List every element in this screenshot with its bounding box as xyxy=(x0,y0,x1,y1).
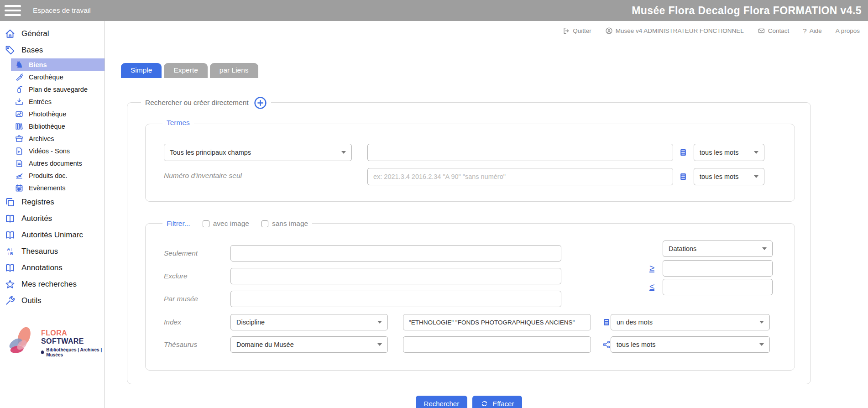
help-link[interactable]: ? Aide xyxy=(803,27,821,35)
open-book-icon xyxy=(5,213,16,224)
sidebar-item-videos-sons[interactable]: Vidéos - Sons xyxy=(0,145,105,157)
filter-legend: Filtrer... avec image sans image xyxy=(162,218,312,229)
add-record-button[interactable] xyxy=(254,96,267,110)
sidebar-item-biens[interactable]: ♞ Biens xyxy=(11,58,105,71)
chevron-down-icon xyxy=(759,321,764,324)
sidebar-item-label: Biens xyxy=(29,61,47,68)
only-label: Seulement xyxy=(164,249,198,257)
sidebar: Général Bases ♞ Biens Carothèque xyxy=(0,21,105,408)
termes-legend: Termes xyxy=(162,119,194,127)
sidebar-item-general[interactable]: Général xyxy=(0,26,105,42)
star-icon xyxy=(5,279,16,290)
exclude-input[interactable] xyxy=(230,268,561,284)
sidebar-item-outils[interactable]: Outils xyxy=(0,293,105,309)
clear-button[interactable]: Effacer xyxy=(472,396,522,408)
utility-bar: Quitter Musée v4 ADMINISTRATEUR FONCTION… xyxy=(105,21,868,40)
quill-papers-icon xyxy=(15,171,24,180)
with-image-checkbox-group[interactable]: avec image xyxy=(203,220,249,228)
sidebar-item-label: Bases xyxy=(21,46,43,55)
menu-icon[interactable] xyxy=(5,5,21,16)
quit-link[interactable]: Quitter xyxy=(562,27,591,35)
only-input[interactable] xyxy=(230,245,561,262)
sidebar-item-registres[interactable]: Registres xyxy=(0,194,105,210)
sort-a-b-icon: A↓↑B xyxy=(5,246,16,257)
filter-title[interactable]: Filtrer... xyxy=(167,220,190,228)
sidebar-item-label: Photothèque xyxy=(29,110,66,118)
sidebar-item-autorites-unimarc[interactable]: Autorités Unimarc xyxy=(0,227,105,243)
tab-par-liens[interactable]: par Liens xyxy=(210,63,258,78)
chevron-down-icon xyxy=(754,175,758,178)
sidebar-item-entrees[interactable]: Entrées xyxy=(0,95,105,108)
flora-flower-icon xyxy=(4,324,39,362)
sidebar-item-label: Vidéos - Sons xyxy=(29,147,70,155)
pick-from-list-icon[interactable] xyxy=(602,318,611,327)
greater-equal-icon[interactable]: ≥ xyxy=(649,263,654,273)
sidebar-item-label: Bibliothèque xyxy=(29,123,65,130)
sidebar-item-mes-recherches[interactable]: Mes recherches xyxy=(0,276,105,293)
keywords-input[interactable] xyxy=(367,144,673,161)
tab-simple[interactable]: Simple xyxy=(121,63,162,78)
mail-icon xyxy=(758,27,765,35)
sidebar-item-autres-documents[interactable]: Autres documents xyxy=(0,157,105,169)
inventory-number-input[interactable] xyxy=(367,168,673,185)
match-mode-select-1[interactable]: tous les mots xyxy=(694,144,764,161)
sidebar-item-bases[interactable]: Bases xyxy=(0,42,105,58)
less-equal-icon[interactable]: ≤ xyxy=(649,282,654,292)
index-value-input[interactable] xyxy=(403,314,591,330)
user-menu[interactable]: Musée v4 ADMINISTRATEUR FONCTIONNEL xyxy=(605,27,744,35)
filter-section: Filtrer... avec image sans image Seuleme… xyxy=(145,223,795,371)
app-title: Musée Flora Decalog Flora FORMATION v4.5 xyxy=(632,5,862,17)
user-icon xyxy=(605,27,613,35)
action-buttons: Rechercher Effacer xyxy=(127,396,811,408)
checkbox-icon[interactable] xyxy=(261,220,268,227)
pick-from-list-icon[interactable] xyxy=(679,148,688,157)
chevron-down-icon xyxy=(762,247,767,250)
fire-extinguisher-icon xyxy=(15,85,24,94)
pick-from-list-icon[interactable] xyxy=(679,172,688,181)
sidebar-item-label: Autorités Unimarc xyxy=(21,230,83,240)
sidebar-item-label: Autres documents xyxy=(29,160,82,167)
workspace-label[interactable]: Espaces de travail xyxy=(33,6,91,15)
thesaurus-value-input[interactable] xyxy=(403,336,591,353)
sidebar-item-bibliotheque[interactable]: Bibliothèque xyxy=(0,120,105,132)
date-max-input[interactable] xyxy=(663,279,773,295)
index-field-select[interactable]: Discipline xyxy=(230,314,388,330)
index-match-select[interactable]: un des mots xyxy=(611,314,770,330)
by-museum-input[interactable] xyxy=(230,291,561,307)
sidebar-item-evenements[interactable]: Evènements xyxy=(0,182,105,194)
calendar-icon xyxy=(15,183,24,193)
index-label: Index xyxy=(164,318,181,326)
tag-icon xyxy=(5,45,16,56)
chevron-down-icon xyxy=(341,151,346,154)
without-image-checkbox-group[interactable]: sans image xyxy=(261,220,308,228)
refresh-icon xyxy=(481,400,488,408)
by-museum-label: Par musée xyxy=(164,295,198,303)
about-link[interactable]: A propos xyxy=(836,27,860,34)
contact-link[interactable]: Contact xyxy=(758,27,790,35)
tab-experte[interactable]: Experte xyxy=(164,63,207,78)
sidebar-item-thesaurus[interactable]: A↓↑B Thesaurus xyxy=(0,243,105,260)
field-scope-select[interactable]: Tous les principaux champs xyxy=(164,144,352,161)
carrot-icon xyxy=(15,73,24,82)
inventory-number-label: Numéro d'inventaire seul xyxy=(164,172,242,180)
sidebar-item-plan-de-sauvegarde[interactable]: Plan de sauvegarde xyxy=(0,83,105,95)
share-hierarchy-icon[interactable] xyxy=(602,340,611,349)
date-min-input[interactable] xyxy=(663,260,773,277)
sidebar-item-produits-doc[interactable]: Produits doc. xyxy=(0,169,105,182)
sidebar-item-phototheque[interactable]: Photothèque xyxy=(0,108,105,120)
sidebar-item-annotations[interactable]: Annotations xyxy=(0,260,105,276)
search-button[interactable]: Rechercher xyxy=(416,396,468,408)
sidebar-item-carotheque[interactable]: Carothèque xyxy=(0,71,105,83)
brand-dot xyxy=(41,350,44,354)
sidebar-item-autorites[interactable]: Autorités xyxy=(0,210,105,227)
search-create-panel: Rechercher ou créer directement Termes T… xyxy=(127,102,811,384)
match-mode-select-2[interactable]: tous les mots xyxy=(694,168,764,185)
checkbox-icon[interactable] xyxy=(203,220,209,227)
thesaurus-field-select[interactable]: Domaine du Musée xyxy=(230,336,388,353)
thesaurus-match-select[interactable]: tous les mots xyxy=(611,336,770,353)
open-book-icon xyxy=(5,262,16,273)
sidebar-item-archives[interactable]: Archives xyxy=(0,132,105,145)
brand-name: FLORA SOFTWARE xyxy=(41,329,84,345)
sidebar-item-label: Autorités xyxy=(21,214,52,223)
datations-select[interactable]: Datations xyxy=(663,241,773,257)
